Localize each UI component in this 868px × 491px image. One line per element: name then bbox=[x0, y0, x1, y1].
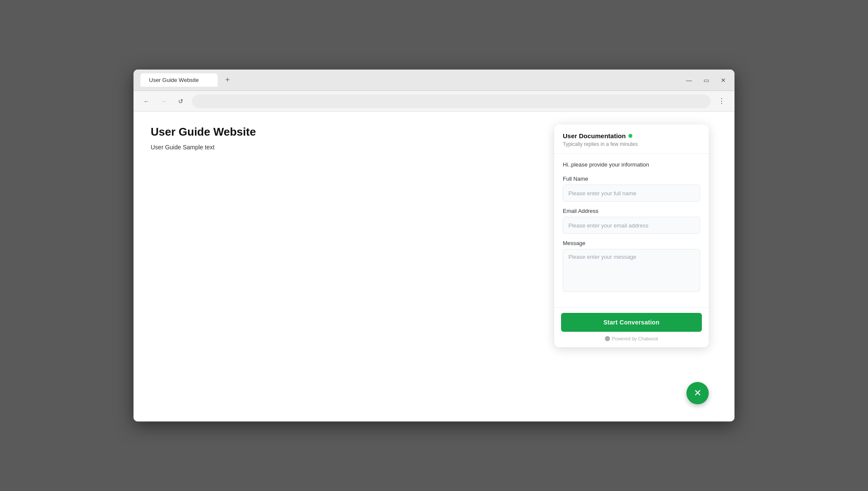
add-tab-button[interactable]: + bbox=[221, 74, 234, 87]
chat-subtitle: Typically replies in a few minutes bbox=[563, 141, 700, 147]
chat-intro-text: Hi..please provide your information bbox=[563, 161, 700, 168]
message-group: Message bbox=[563, 240, 700, 294]
browser-window: User Guide Website + — ▭ ✕ ← → ↺ bbox=[134, 70, 734, 421]
window-controls: — ▭ ✕ bbox=[685, 76, 728, 85]
start-conversation-button[interactable]: Start Conversation bbox=[561, 313, 702, 332]
email-group: Email Address bbox=[563, 208, 700, 234]
chat-title: User Documentation bbox=[563, 132, 626, 139]
maximize-button[interactable]: ▭ bbox=[702, 76, 710, 85]
title-bar: User Guide Website + — ▭ ✕ bbox=[134, 70, 734, 91]
chat-close-button[interactable]: ✕ bbox=[686, 382, 709, 404]
chat-body[interactable]: Hi..please provide your information Full… bbox=[554, 154, 709, 307]
browser-menu-button[interactable]: ⋮ bbox=[716, 95, 728, 107]
back-button[interactable]: ← bbox=[140, 95, 152, 107]
email-input[interactable] bbox=[563, 217, 700, 234]
minimize-button[interactable]: — bbox=[685, 76, 693, 85]
tab-title: User Guide Website bbox=[149, 77, 199, 83]
reload-button[interactable]: ↺ bbox=[175, 95, 187, 107]
chat-title-row: User Documentation bbox=[563, 132, 700, 139]
address-bar[interactable] bbox=[192, 94, 710, 108]
message-input[interactable] bbox=[563, 249, 700, 292]
powered-by: Powered by Chatwoot bbox=[561, 336, 702, 341]
forward-button[interactable]: → bbox=[158, 95, 170, 107]
chatwoot-logo-icon bbox=[605, 336, 610, 341]
full-name-group: Full Name bbox=[563, 176, 700, 202]
browser-tab[interactable]: User Guide Website bbox=[140, 73, 218, 87]
close-window-button[interactable]: ✕ bbox=[719, 76, 728, 85]
online-indicator bbox=[628, 134, 632, 138]
chat-widget: User Documentation Typically replies in … bbox=[554, 124, 709, 347]
page-content: User Guide Website User Guide Sample tex… bbox=[134, 112, 734, 421]
powered-by-text: Powered by Chatwoot bbox=[612, 336, 658, 341]
nav-bar: ← → ↺ ⋮ bbox=[134, 91, 734, 112]
chat-footer: Start Conversation Powered by Chatwoot bbox=[554, 307, 709, 347]
email-label: Email Address bbox=[563, 208, 700, 214]
chat-header: User Documentation Typically replies in … bbox=[554, 124, 709, 154]
full-name-input[interactable] bbox=[563, 185, 700, 202]
message-label: Message bbox=[563, 240, 700, 246]
full-name-label: Full Name bbox=[563, 176, 700, 182]
close-icon: ✕ bbox=[694, 388, 701, 399]
